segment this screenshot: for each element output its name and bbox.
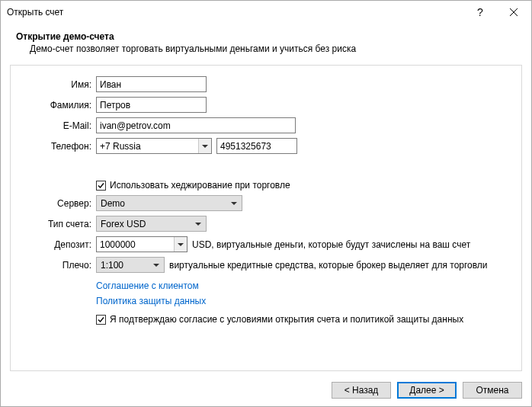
leverage-label: Плечо: <box>20 260 96 271</box>
confirm-label: Я подтверждаю согласие с условиями откры… <box>110 314 463 325</box>
agreement-link[interactable]: Соглашение с клиентом <box>96 280 199 291</box>
confirm-checkbox[interactable] <box>96 315 106 325</box>
check-icon <box>97 316 105 324</box>
chevron-down-icon <box>149 258 162 272</box>
deposit-value: 1000000 <box>97 237 174 252</box>
help-button[interactable]: ? <box>463 2 497 23</box>
leverage-note: виртуальные кредитные средства, которые … <box>169 260 488 271</box>
deposit-select[interactable]: 1000000 <box>96 236 187 252</box>
phone-code-select[interactable]: +7 Russia <box>96 138 212 154</box>
chevron-down-icon <box>198 139 211 153</box>
dialog-title: Открытие демо-счета <box>16 31 516 42</box>
privacy-link[interactable]: Политика защиты данных <box>96 296 206 306</box>
type-select[interactable]: Forex USD <box>96 216 207 232</box>
close-button[interactable] <box>497 2 530 23</box>
next-button[interactable]: Далее > <box>397 382 457 399</box>
phone-label: Телефон: <box>20 141 96 152</box>
window-title: Открыть счет <box>7 7 463 18</box>
name-label: Имя: <box>20 79 96 90</box>
email-label: E-Mail: <box>20 120 96 131</box>
back-button[interactable]: < Назад <box>332 382 391 399</box>
chevron-down-icon <box>227 196 240 210</box>
dialog-header: Открытие демо-счета Демо-счет позволяет … <box>1 24 531 60</box>
leverage-select[interactable]: 1:100 <box>96 257 165 273</box>
server-label: Сервер: <box>20 198 96 209</box>
titlebar: Открыть счет ? <box>1 1 531 24</box>
type-label: Тип счета: <box>20 219 96 229</box>
dialog-content: Имя: Фамилия: E-Mail: Телефон: +7 Russia <box>10 65 522 371</box>
deposit-label: Депозит: <box>20 239 96 250</box>
name-input[interactable] <box>96 76 207 92</box>
phone-input[interactable] <box>216 138 297 154</box>
hedge-checkbox[interactable] <box>96 181 106 191</box>
dialog-footer: < Назад Далее > Отмена <box>1 377 531 406</box>
cancel-button[interactable]: Отмена <box>463 382 522 399</box>
dialog-subtitle: Демо-счет позволяет торговать виртуальны… <box>16 43 516 54</box>
deposit-note: USD, виртуальные деньги, которые будут з… <box>192 239 470 250</box>
server-select[interactable]: Demo <box>96 195 242 211</box>
surname-input[interactable] <box>96 97 207 113</box>
dialog-window: Открыть счет ? Открытие демо-счета Демо-… <box>0 0 532 407</box>
chevron-down-icon <box>174 237 187 252</box>
email-input[interactable] <box>96 117 296 133</box>
type-value: Forex USD <box>101 219 191 229</box>
hedge-label: Использовать хеджирование при торговле <box>110 180 290 191</box>
check-icon <box>97 181 105 190</box>
close-icon <box>510 8 518 16</box>
phone-code-value: +7 Russia <box>97 139 198 153</box>
surname-label: Фамилия: <box>20 100 96 111</box>
leverage-value: 1:100 <box>101 260 149 271</box>
chevron-down-icon <box>191 216 204 231</box>
server-value: Demo <box>101 198 227 209</box>
help-icon: ? <box>477 6 483 18</box>
